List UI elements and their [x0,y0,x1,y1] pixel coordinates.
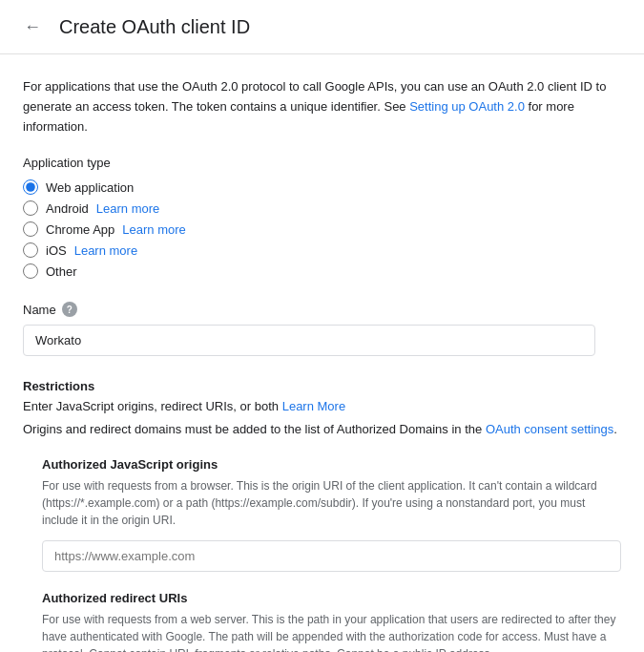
authorized-redirect-uris-subsection: Authorized redirect URIs For use with re… [23,591,621,652]
name-input-wrapper [23,325,595,356]
radio-ios[interactable] [23,242,38,258]
intro-paragraph: For applications that use the OAuth 2.0 … [23,77,621,137]
restrictions-description: Enter JavaScript origins, redirect URIs,… [23,397,621,416]
radio-option-web[interactable]: Web application [23,179,621,195]
js-origins-title: Authorized JavaScript origins [42,457,621,472]
android-learn-more-link[interactable]: Learn more [96,201,159,216]
restrictions-note: Origins and redirect domains must be add… [23,420,621,439]
radio-option-chrome[interactable]: Chrome App Learn more [23,221,621,237]
name-help-icon[interactable]: ? [62,302,77,317]
radio-android[interactable] [23,200,38,216]
page-header: ← Create OAuth client ID [0,0,644,54]
ios-learn-more-link[interactable]: Learn more [74,243,137,258]
restrictions-title: Restrictions [23,379,621,393]
back-button[interactable]: ← [19,13,46,40]
name-section: Name ? [23,302,621,356]
redirect-uris-title: Authorized redirect URIs [42,591,621,605]
radio-chrome[interactable] [23,221,38,237]
redirect-uris-description: For use with requests from a web server.… [42,611,621,652]
oauth-consent-link[interactable]: OAuth consent settings [486,422,613,436]
radio-option-other[interactable]: Other [23,263,621,279]
radio-option-ios[interactable]: iOS Learn more [23,242,621,258]
js-origins-input[interactable] [42,540,621,572]
application-type-section: Application type Web application Android… [23,156,621,279]
radio-other[interactable] [23,263,38,279]
name-input[interactable] [23,325,595,356]
name-label-row: Name ? [23,302,621,317]
chrome-learn-more-link[interactable]: Learn more [122,222,185,237]
radio-option-android[interactable]: Android Learn more [23,200,621,216]
oauth-setup-link[interactable]: Setting up OAuth 2.0 [409,99,525,114]
application-type-radio-group: Web application Android Learn more Chrom… [23,179,621,279]
application-type-label: Application type [23,156,621,170]
main-content: For applications that use the OAuth 2.0 … [0,54,644,652]
page-title: Create OAuth client ID [59,16,250,38]
radio-web[interactable] [23,179,38,195]
js-origins-description: For use with requests from a browser. Th… [42,477,621,529]
learn-more-link[interactable]: Learn More [282,399,345,413]
restrictions-section: Restrictions Enter JavaScript origins, r… [23,379,621,652]
authorized-js-origins-subsection: Authorized JavaScript origins For use wi… [23,457,621,572]
